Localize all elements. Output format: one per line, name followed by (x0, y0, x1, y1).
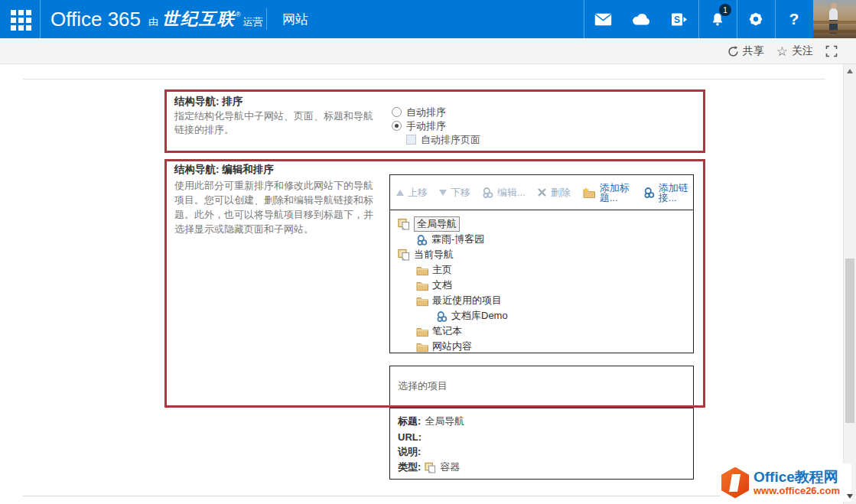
checkbox-auto-sort-pages-label: 自动排序页面 (421, 133, 480, 147)
divider (266, 8, 267, 30)
arrow-down-icon (439, 190, 447, 196)
watermark: Office教程网 www.office26.com (720, 463, 851, 502)
navigation-tree: 全局导航 霖雨-博客园 当前导航 主页 文档 最近使用的项目 (390, 210, 693, 353)
onedrive-button[interactable] (622, 0, 660, 38)
detail-value: 全局导航 (425, 415, 464, 428)
help-button[interactable]: ? (775, 0, 813, 38)
add-link-button[interactable]: 添加链接... (643, 183, 691, 203)
screen: Office 365 由 世纪互联 ® 运营 网站 S (0, 0, 856, 504)
brand-operator-prefix: 由 (148, 15, 158, 29)
divider (698, 0, 699, 38)
brand-operator-mark: ® (236, 11, 241, 18)
office-logo-icon (721, 467, 749, 499)
divider (40, 0, 41, 38)
radio-manual-sort[interactable]: 手动排序 (392, 120, 446, 132)
focus-icon (825, 45, 838, 57)
tree-item-folder[interactable]: 主页 (396, 262, 687, 278)
move-down-label: 下移 (451, 186, 470, 200)
tree-toolbar: 上移 下移 编辑... 删除 添 (390, 175, 693, 210)
sharepoint-icon: S (671, 12, 688, 27)
selected-item-heading: 选择的项目 (398, 379, 448, 393)
folder-icon (416, 265, 428, 276)
help-icon: ? (789, 10, 799, 28)
detail-row-type: 类型: 容器 (398, 460, 685, 475)
share-button[interactable]: 共享 (727, 44, 764, 58)
notifications-button[interactable]: 1 (700, 0, 735, 38)
follow-button[interactable]: ☆ 关注 (776, 44, 813, 58)
selected-item-details-panel: 标题: 全局导航 URL: 说明: 类型: 容器 (389, 408, 694, 480)
section-divider (23, 79, 825, 80)
navigation-edit-panel: 上移 下移 编辑... 删除 添 (389, 174, 694, 353)
scroll-up-arrow-icon[interactable] (847, 69, 853, 73)
checkbox-disabled-icon (406, 135, 416, 145)
folder-add-icon (582, 187, 596, 198)
vertical-scrollbar[interactable] (843, 64, 856, 504)
add-heading-button[interactable]: 添加标题... (582, 183, 632, 203)
detail-row-url: URL: (398, 429, 685, 444)
container-icon (398, 218, 410, 230)
radio-icon[interactable] (392, 107, 402, 117)
brand: Office 365 由 世纪互联 ® 运营 (50, 0, 263, 38)
focus-mode-button[interactable] (825, 45, 838, 57)
detail-value: 容器 (440, 460, 460, 474)
move-down-button[interactable]: 下移 (439, 186, 470, 200)
scroll-down-arrow-icon[interactable] (847, 494, 853, 499)
tree-item-link[interactable]: 霖雨-博客园 (396, 232, 687, 247)
watermark-text: Office教程网 www.office26.com (753, 469, 840, 496)
page-action-bar: 共享 ☆ 关注 (0, 38, 856, 64)
move-up-label: 上移 (408, 186, 428, 200)
waffle-icon (11, 10, 31, 31)
tree-item-global-nav[interactable]: 全局导航 (396, 216, 687, 232)
radio-auto-sort[interactable]: 自动排序 (392, 106, 446, 118)
tree-item-label: 全局导航 (414, 216, 460, 232)
app-launcher-button[interactable] (0, 0, 40, 38)
delete-button[interactable]: 删除 (537, 186, 571, 200)
watermark-title: Office教程网 (753, 469, 840, 485)
folder-icon (416, 280, 428, 291)
user-avatar[interactable] (813, 0, 856, 38)
watermark-url: www.office26.com (753, 485, 840, 496)
avatar-photo-detail (813, 30, 856, 33)
detail-label: 类型: (398, 460, 421, 474)
scrollbar-thumb[interactable] (845, 259, 854, 423)
cloud-icon (631, 13, 651, 26)
nav-sites[interactable]: 网站 (282, 0, 308, 38)
tree-item-folder[interactable]: 网站内容 (396, 339, 687, 354)
folder-icon (416, 341, 428, 353)
tree-item-label: 主页 (432, 263, 452, 277)
edit-label: 编辑... (497, 186, 526, 200)
link-icon (482, 187, 493, 198)
tree-item-folder[interactable]: 笔记本 (396, 324, 687, 339)
sharepoint-button[interactable]: S (660, 0, 698, 38)
detail-row-title: 标题: 全局导航 (398, 414, 685, 429)
tree-item-label: 最近使用的项目 (432, 294, 502, 307)
radio-manual-sort-label: 手动排序 (406, 119, 446, 133)
section-sort-description: 指定结构化导航中子网站、页面、标题和导航链接的排序。 (174, 109, 378, 137)
notification-badge: 1 (719, 4, 731, 16)
brand-operator-suffix: 运营 (243, 15, 263, 29)
tree-item-current-nav[interactable]: 当前导航 (396, 247, 687, 262)
suite-bar: Office 365 由 世纪互联 ® 运营 网站 S (0, 0, 856, 38)
detail-row-description: 说明: (398, 444, 685, 460)
settings-button[interactable] (737, 0, 775, 38)
tree-item-label: 当前导航 (414, 248, 454, 262)
add-link-label: 添加链接... (659, 183, 691, 203)
move-up-button[interactable]: 上移 (396, 186, 428, 200)
folder-icon (416, 295, 428, 307)
tree-item-label: 网站内容 (432, 340, 472, 353)
tree-item-folder[interactable]: 文档 (396, 278, 687, 293)
selected-item-header-panel: 选择的项目 (389, 366, 694, 407)
arrow-up-icon (396, 190, 404, 196)
radio-checked-icon[interactable] (392, 121, 402, 131)
tree-item-label: 霖雨-博客园 (431, 232, 484, 246)
detail-label: 说明: (398, 445, 421, 459)
mail-icon (594, 13, 612, 26)
tree-item-link[interactable]: 文档库Demo (396, 308, 687, 324)
tree-item-folder[interactable]: 最近使用的项目 (396, 293, 687, 308)
edit-button[interactable]: 编辑... (482, 186, 526, 200)
svg-text:S: S (674, 14, 680, 24)
mail-button[interactable] (584, 0, 622, 38)
checkbox-auto-sort-pages: 自动排序页面 (406, 134, 480, 145)
gear-icon (747, 11, 764, 28)
section-edit-description: 使用此部分可重新排序和修改此网站下的导航项目。您可以创建、删除和编辑导航链接和标… (174, 178, 382, 236)
